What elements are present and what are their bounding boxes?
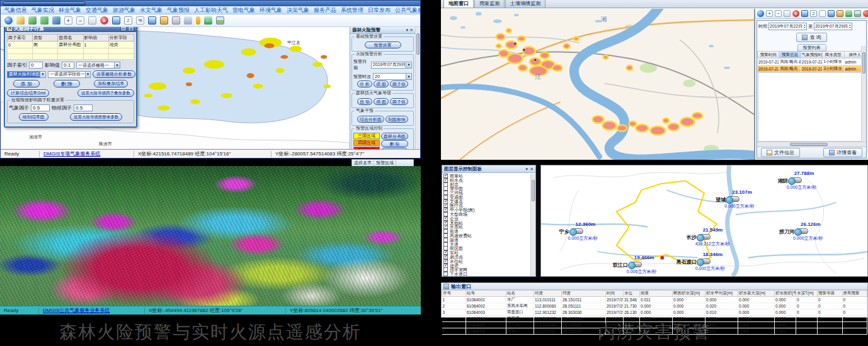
column-header[interactable]: 纬度 [562,291,606,297]
field-select[interactable]: 一请选择字段值一▼ [48,71,91,78]
pan-icon[interactable] [784,10,791,17]
close-icon[interactable]: × [128,27,134,31]
hydro-station-marker[interactable]: 宁乡 12.360m 0.000立方米/秒 [571,228,583,234]
zoom-out-icon[interactable] [775,10,782,17]
fly-icon[interactable] [28,16,37,25]
column-header[interactable]: 类型 [33,35,58,42]
column-header[interactable]: 水深T(m) [796,291,818,297]
menu-item[interactable]: 日常发布 [368,8,391,13]
date-from-picker[interactable]: 2019年07月22日▲▼ [768,23,807,30]
column-header[interactable]: 积水最大深(m) [738,291,775,297]
close-icon[interactable]: ✕ [530,167,534,172]
globe-icon[interactable] [4,16,13,25]
auto-button[interactable]: 自 动 [357,98,372,105]
query-button[interactable]: 查 询 [796,33,826,42]
column-header[interactable]: 因子索引 [8,35,33,42]
delete-button[interactable]: 删 除 [381,140,408,147]
tab-rain-monitor[interactable]: 雨量监测 [474,0,505,8]
hydro-station-marker[interactable]: 双江口 19.466m 0.006立方米/秒 [629,262,642,267]
chevron-down-icon[interactable]: ▼ [114,62,120,68]
column-header[interactable]: 预警区域 [374,160,396,166]
column-header[interactable]: 经度 [534,291,562,297]
zoomsel-icon[interactable] [136,16,144,25]
pin-icon[interactable]: ▾ [526,167,528,172]
composite-analysis-button[interactable]: 综合分析图 [357,116,384,123]
close-red-icon[interactable] [100,16,108,25]
station-map[interactable]: 湘阴 27.788m 0.000立方米/秒 望城 23.107m 0.000立方… [540,165,868,277]
stop-icon[interactable] [863,10,868,17]
column-header[interactable]: 选择县市 [352,160,374,166]
set-raster-button[interactable]: 设置栅格分析参数 [93,70,135,78]
column-header[interactable]: 雨量 [640,291,673,297]
column-header[interactable]: 图层名 [58,35,83,42]
menu-item[interactable]: 决策气象 [287,8,309,13]
chevron-down-icon[interactable]: ▼ [40,72,45,77]
window-icon[interactable] [801,10,808,17]
dialog-title-bar[interactable]: 火险因子计算 ─ × [5,27,136,32]
menu-item[interactable]: 水文气象 [140,8,163,13]
zoom-in-icon[interactable] [64,16,72,25]
table-row[interactable]: 361084003营盘渡口112.90123228.3030302019/7/2… [442,310,867,316]
image-icon[interactable] [854,10,861,17]
menu-item[interactable]: 气象实况 [31,8,54,13]
column-header[interactable]: 气象预报时间 [801,52,822,59]
vertical-scrollbar[interactable] [530,174,535,276]
station-gauge-icon[interactable] [796,228,808,234]
doc2-icon[interactable] [124,16,132,25]
truck-icon[interactable] [184,16,192,25]
make-map-button[interactable]: 成 图 [374,81,389,87]
hydro-station-marker[interactable]: 湘阴 27.788m 0.000立方米/秒 [789,177,802,183]
file-info-button[interactable]: 文件信息 [761,148,800,157]
system-name-link[interactable]: DMGIS公共气象服务业务系统 [39,308,145,314]
station-gauge-icon[interactable] [789,177,802,183]
hydro-station-marker[interactable]: 长沙 21.549m 438.212立方米/秒 [698,234,711,240]
select-icon[interactable] [819,10,826,17]
close-red-icon[interactable] [792,10,799,17]
detail-view-button[interactable]: 详情查看 [823,148,862,157]
menu-item[interactable]: 公共气象服务网 [395,8,420,13]
pin-icon[interactable]: ▾ [406,28,409,33]
measure-icon[interactable] [16,16,25,25]
map1-icon[interactable] [828,10,835,17]
plane2-icon[interactable] [52,16,60,25]
doc2-icon[interactable] [810,10,817,17]
table-row[interactable]: 2019-07-22 1...风险:略高:超...2019-07-22 1...… [758,59,866,65]
vertical-scrollbar[interactable] [415,27,420,149]
station-gauge-icon[interactable] [698,259,711,264]
weight-overlay-button[interactable]: 加权叠加结果 [94,80,128,87]
factor-index-input[interactable] [29,62,43,69]
horizontal-scrollbar[interactable] [757,142,866,147]
tab-map-window[interactable]: 地图窗口 [443,0,474,8]
table-row[interactable]: 261084002东风水库闸112.80006028.0511112019/7/… [442,303,867,310]
chevron-down-icon[interactable]: ▼ [85,72,90,77]
draw-result-button[interactable]: 绘制结果图 [19,113,49,121]
globe-icon[interactable] [757,10,764,17]
terrain-factor-input[interactable] [74,104,93,111]
column-header[interactable]: 发布预警 [842,291,867,297]
analyze-button[interactable]: 分 析 [357,81,372,87]
vertical-scrollbar[interactable] [861,46,866,142]
menu-item[interactable]: 服务产品 [314,8,336,13]
column-header[interactable]: 站名 [506,291,534,297]
zoom-out-icon[interactable] [76,16,84,25]
station-gauge-icon[interactable] [698,234,711,240]
layer-item[interactable]: 下水道口 [443,272,529,276]
menu-item[interactable]: 系统管理 [341,8,363,13]
menu-item[interactable]: 林业气象 [59,8,81,13]
factor-value-button[interactable]: 因子值 [390,98,408,105]
warning-time-select[interactable]: 20▼ [373,73,412,80]
column-header[interactable]: 降水类型 [823,52,844,59]
menu-item[interactable]: 雷电气象 [232,8,255,13]
window-icon[interactable] [112,16,120,25]
forest-map-button[interactable]: 森林分布图 [381,133,408,140]
column-header[interactable]: 分析字段 [108,35,134,42]
column-header[interactable]: 时间 [606,291,624,297]
menu-item[interactable]: 气象预报 [167,8,190,13]
pan-icon[interactable] [88,16,96,25]
station-gauge-icon[interactable] [727,196,740,202]
pin-icon[interactable] [196,16,200,25]
back-icon[interactable] [204,16,212,25]
hydro-station-marker[interactable]: 捞刀河 26.126m 0.000立方米/秒 [796,228,808,234]
map1-icon[interactable] [148,16,156,25]
menu-item[interactable]: 人工影响天气 [194,8,228,13]
